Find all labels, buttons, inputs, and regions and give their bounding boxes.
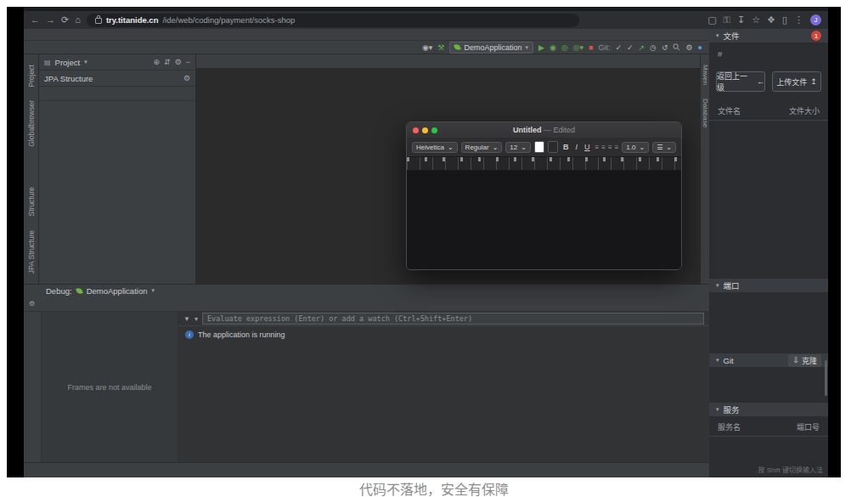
chevron-down-icon: ▾ (151, 287, 155, 294)
chevron-down-icon: ▾ (716, 282, 719, 289)
side-panel-icon[interactable]: ▯ (782, 15, 787, 25)
close-window-icon[interactable] (413, 127, 419, 133)
video-frame: ←→⟳⌂ try.titanide.cn /ide/web/coding/pay… (7, 7, 841, 477)
coverage-button[interactable]: ◎ (561, 43, 568, 52)
profiler-button[interactable]: ◎▾ (573, 43, 583, 52)
textedit-toolbar: Helvetica⌄ Regular⌄ 12⌄ B I U ≡ ≡ ≡ ≡ 1.… (407, 138, 681, 157)
user-icon[interactable]: ◉▾ (422, 43, 432, 52)
debug-left-toolbar (24, 312, 42, 462)
tab-group-icon[interactable]: ▢ (707, 15, 716, 25)
back-icon[interactable]: ← (31, 15, 40, 25)
left-panel-column: ▤ Project ▾ ⊕ ⇵ ⚙ − JPA S (39, 54, 196, 284)
align-left-icon[interactable]: ≡ (595, 144, 600, 151)
files-section-header[interactable]: ▾ 文件 1 (709, 29, 828, 42)
git-clone-button[interactable]: ⇩ 克隆 (788, 354, 821, 367)
tool-window-database[interactable]: Database (702, 99, 709, 127)
list-style-select[interactable]: ☰⌄ (652, 142, 676, 153)
text-color-swatch[interactable] (534, 141, 544, 153)
tool-window-jpa-structure[interactable]: JPA Structure (27, 230, 36, 274)
panel-settings-icon[interactable]: ⚙ (175, 58, 182, 66)
password-key-icon[interactable]: ⚿ (724, 15, 730, 25)
hide-panel-icon[interactable]: − (186, 58, 190, 66)
browser-nav-icons: ←→⟳⌂ (31, 15, 81, 25)
background-color-swatch[interactable] (548, 141, 558, 153)
git-commit-icon[interactable]: ✓ (627, 43, 634, 52)
git-update-icon[interactable]: ✓ (615, 43, 622, 52)
services-section-title: 服务 (724, 404, 740, 415)
chevron-down-icon: ▾ (716, 32, 719, 39)
font-size-select[interactable]: 12⌄ (505, 142, 531, 153)
debug-gear-icon[interactable]: ⚙ (29, 300, 35, 308)
tool-window-structure[interactable]: Structure (27, 187, 36, 217)
page-caption: 代码不落地，安全有保障 (0, 478, 868, 497)
browser-menu-icon[interactable]: ⋮ (794, 15, 803, 25)
menu-bar (24, 29, 709, 41)
upload-icon: ↥ (810, 77, 817, 86)
jpa-panel-header[interactable]: JPA Structure ⚙ (39, 71, 195, 87)
download-icon[interactable]: ↧ (737, 15, 745, 25)
extensions-icon[interactable]: ❖ (767, 15, 775, 25)
address-bar[interactable]: try.titanide.cn /ide/web/coding/payment/… (87, 14, 579, 27)
files-path: # (709, 49, 828, 59)
rollback-icon[interactable]: ↺ (662, 43, 668, 52)
history-icon[interactable]: ◷ (650, 43, 657, 52)
run-button[interactable]: ▶ (538, 43, 544, 52)
bold-button[interactable]: B (561, 143, 571, 151)
textedit-document[interactable] (407, 171, 681, 269)
collapse-all-icon[interactable]: ⇵ (164, 58, 171, 66)
textedit-window[interactable]: Untitled — Edited Helvetica⌄ Regular⌄ 12… (406, 121, 682, 270)
sidebar-scrollbar[interactable] (825, 360, 827, 396)
forward-icon[interactable]: → (46, 15, 55, 25)
tool-window-globalbrowser[interactable]: Globalbrowser (27, 100, 36, 147)
filter-funnel-icon[interactable]: ▼ (183, 315, 190, 323)
evaluate-expression-input[interactable]: Evaluate expression (Enter) or add a wat… (202, 313, 704, 325)
zoom-window-icon[interactable] (431, 127, 437, 133)
underline-button[interactable]: U (583, 143, 592, 151)
services-section-header[interactable]: ▾ 服务 (709, 403, 828, 416)
stop-button[interactable]: ■ (589, 43, 593, 52)
chevron-down-icon: ▾ (84, 59, 87, 65)
project-panel-icons: ⊕ ⇵ ⚙ − (154, 58, 190, 66)
run-config-select[interactable]: DemoApplication ▾ (449, 42, 533, 54)
line-spacing-select[interactable]: 1.0⌄ (622, 142, 649, 153)
spring-leaf-icon (454, 43, 462, 51)
build-hammer-icon[interactable]: ⚒ (437, 43, 444, 52)
settings-gear-icon[interactable]: ⚙ (685, 43, 692, 52)
minimize-window-icon[interactable] (422, 127, 428, 133)
locate-icon[interactable]: ⊕ (154, 58, 161, 66)
console-status-message: The application is running (198, 330, 285, 339)
align-right-icon[interactable]: ≡ (608, 144, 612, 151)
back-up-level-button[interactable]: 返回上一级 ← (716, 71, 765, 92)
bookmark-star-icon[interactable]: ☆ (752, 15, 760, 25)
font-style-select[interactable]: Regular⌄ (461, 142, 503, 153)
lock-icon (95, 18, 102, 24)
git-push-icon[interactable]: ↗ (639, 43, 645, 52)
textedit-titlebar[interactable]: Untitled — Edited (407, 122, 681, 138)
files-section-title: 文件 (724, 30, 740, 42)
upload-file-button[interactable]: 上传文件 ↥ (772, 71, 821, 92)
align-center-icon[interactable]: ≡ (601, 144, 606, 151)
debug-button[interactable]: ◉ (550, 43, 556, 52)
font-family-select[interactable]: Helvetica⌄ (412, 142, 458, 153)
project-panel-header[interactable]: ▤ Project ▾ ⊕ ⇵ ⚙ − (39, 54, 195, 71)
services-col-name: 服务名 (718, 421, 741, 432)
info-icon: i (185, 330, 194, 339)
reload-icon[interactable]: ⟳ (61, 15, 69, 25)
panel-settings-icon[interactable]: ⚙ (183, 74, 190, 82)
home-icon[interactable]: ⌂ (75, 15, 81, 25)
tool-window-project[interactable]: Project (27, 65, 36, 87)
git-section-header[interactable]: ▾ Git ⇩ 克隆 (709, 353, 828, 367)
notification-icon[interactable]: ● (698, 43, 702, 52)
editor-tabs (196, 54, 700, 69)
italic-button[interactable]: I (574, 143, 580, 151)
ports-section-header[interactable]: ▾ 端口 (709, 279, 828, 292)
textedit-ruler[interactable] (407, 157, 681, 171)
filter-chevron-icon[interactable]: ▾ (194, 315, 198, 323)
search-icon[interactable] (673, 43, 680, 51)
browser-avatar[interactable]: J (810, 14, 821, 25)
left-tool-stripe: Project Globalbrowser Structure JPA Stru… (24, 54, 39, 284)
navigation-bar: ◉▾ ⚒ DemoApplication ▾ ▶ ◉ ◎ ◎▾ ■ Git: (24, 41, 709, 54)
jpa-panel-title: JPA Structure (44, 74, 93, 83)
align-justify-icon[interactable]: ≡ (615, 144, 619, 151)
tool-window-maven[interactable]: Maven (702, 65, 709, 85)
